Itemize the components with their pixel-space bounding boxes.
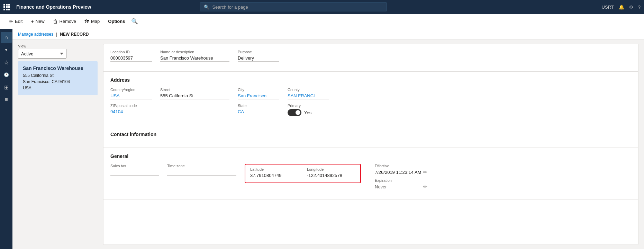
expiration-value: Never — [375, 184, 421, 189]
search-icon: 🔍 — [204, 5, 209, 10]
address-header: Address — [110, 77, 631, 83]
effective-label: Effective — [375, 164, 427, 168]
remove-icon: 🗑 — [53, 19, 58, 24]
location-id-label: Location ID — [110, 50, 152, 54]
time-zone-field: Time zone — [167, 164, 236, 176]
location-id-value: 000003597 — [110, 55, 152, 62]
map-button[interactable]: 🗺 Map — [81, 17, 103, 26]
primary-toggle-label: Yes — [304, 110, 311, 115]
view-container: View Active — [18, 44, 98, 59]
edit-label: Edit — [15, 19, 22, 24]
search-bar[interactable]: 🔍 Search for a page — [200, 2, 387, 11]
notification-icon[interactable]: 🔔 — [619, 5, 624, 10]
name-description-field: Name or description San Francisco Wareho… — [160, 50, 229, 62]
search-placeholder: Search for a page — [212, 5, 248, 10]
address-row1: Country/region USA Street 555 California… — [110, 88, 631, 99]
city-label: City — [238, 88, 279, 92]
purpose-field: Purpose Delivery — [238, 50, 279, 62]
expiration-field: Expiration Never ✏ — [375, 178, 427, 189]
breadcrumb: Manage addresses | NEW RECORD — [12, 29, 644, 40]
card-line1: 555 California St. — [23, 72, 93, 79]
zip-label: ZIP/postal code — [110, 104, 152, 108]
street-label: Street — [160, 88, 229, 92]
longitude-label: Longitude — [307, 167, 355, 171]
remove-button[interactable]: 🗑 Remove — [49, 17, 80, 26]
primary-toggle: Yes — [288, 109, 329, 116]
name-description-value: San Francisco Warehouse — [160, 55, 229, 62]
purpose-label: Purpose — [238, 50, 279, 54]
form-area: View Active San Francisco Warehouse 555 … — [12, 40, 644, 249]
effective-row: 7/26/2019 11:23:14 AM ✏ — [375, 169, 427, 175]
street-field: Street 555 California St. — [160, 88, 229, 99]
breadcrumb-manage[interactable]: Manage addresses — [18, 32, 53, 37]
view-select[interactable]: Active — [18, 49, 66, 59]
card-line3: USA — [23, 85, 93, 91]
recent-icon[interactable]: 🕐 — [1, 69, 12, 80]
breadcrumb-record: NEW RECORD — [60, 32, 89, 37]
state-field: State CA — [238, 104, 279, 115]
filter-icon[interactable]: ▼ — [1, 44, 12, 55]
city-value[interactable]: San Francisco — [238, 93, 279, 99]
app-title: Finance and Operations Preview — [16, 4, 91, 10]
contact-header: Contact information — [110, 132, 631, 137]
country-region-value[interactable]: USA — [110, 93, 152, 99]
settings-icon[interactable]: ⚙ — [629, 5, 633, 10]
sales-tax-label: Sales tax — [110, 164, 159, 168]
address-card[interactable]: San Francisco Warehouse 555 California S… — [18, 61, 98, 95]
new-button[interactable]: + New — [27, 17, 48, 26]
state-value[interactable]: CA — [238, 109, 279, 115]
latitude-value: 37.7910804749 — [250, 173, 299, 179]
longitude-field: Longitude -122.4014892578 — [307, 167, 355, 179]
modules-icon[interactable]: ⊞ — [1, 82, 12, 93]
county-label: County — [288, 88, 329, 92]
left-panel: View Active San Francisco Warehouse 555 … — [18, 44, 98, 245]
street-extra-field: Street — [160, 104, 229, 115]
user-label[interactable]: USRT — [602, 5, 614, 10]
lat-long-highlighted-box: Latitude 37.7910804749 Longitude -122.40… — [245, 164, 361, 183]
general-row: Sales tax Time zone Latitude 37.79108047… — [110, 164, 631, 189]
latitude-label: Latitude — [250, 167, 299, 171]
card-line2: San Francisco, CA 94104 — [23, 79, 93, 85]
sales-tax-value — [110, 169, 159, 176]
home-icon[interactable]: ⌂ — [1, 32, 12, 43]
street-value: 555 California St. — [160, 93, 229, 99]
new-label: New — [36, 19, 45, 24]
content-area: Manage addresses | NEW RECORD View Activ… — [12, 29, 644, 249]
effective-field: Effective 7/26/2019 11:23:14 AM ✏ — [375, 164, 427, 175]
options-button[interactable]: Options — [105, 17, 128, 26]
zip-value[interactable]: 94104 — [110, 109, 152, 115]
state-label: State — [238, 104, 279, 108]
purpose-value: Delivery — [238, 55, 279, 62]
country-region-field: Country/region USA — [110, 88, 152, 99]
expiration-edit-icon[interactable]: ✏ — [423, 184, 427, 189]
effective-expiration-container: Effective 7/26/2019 11:23:14 AM ✏ Expira… — [375, 164, 427, 189]
street-extra-value — [160, 109, 229, 115]
effective-edit-icon[interactable]: ✏ — [423, 169, 427, 175]
county-field: County SAN FRANCI — [288, 88, 329, 99]
effective-value: 7/26/2019 11:23:14 AM — [375, 170, 421, 175]
favorites-icon[interactable]: ☆ — [1, 57, 12, 68]
primary-label: Primary — [288, 104, 329, 108]
top-fields-section: Location ID 000003597 Name or descriptio… — [103, 44, 638, 72]
sales-tax-field: Sales tax — [110, 164, 159, 176]
toolbar-search-icon[interactable]: 🔍 — [131, 18, 138, 25]
edit-button[interactable]: ✏ Edit — [6, 17, 26, 26]
longitude-value: -122.4014892578 — [307, 173, 355, 179]
new-icon: + — [31, 19, 34, 24]
app-grid-icon[interactable] — [3, 4, 10, 10]
country-region-label: Country/region — [110, 88, 152, 92]
breadcrumb-separator: | — [56, 32, 57, 37]
card-title: San Francisco Warehouse — [23, 65, 93, 71]
address-section: Address Country/region USA Street 555 Ca… — [103, 72, 638, 126]
general-header: General — [110, 153, 631, 159]
view-label: View — [18, 44, 98, 48]
address-row2: ZIP/postal code 94104 Street State CA — [110, 104, 631, 116]
primary-field: Primary Yes — [288, 104, 329, 116]
help-icon[interactable]: ? — [638, 5, 641, 10]
list-icon[interactable]: ≡ — [1, 94, 12, 105]
side-icons: ⌂ ▼ ☆ 🕐 ⊞ ≡ — [0, 29, 12, 249]
primary-toggle-switch[interactable] — [288, 109, 301, 116]
county-value[interactable]: SAN FRANCI — [288, 93, 329, 99]
nav-icons: USRT 🔔 ⚙ ? — [602, 5, 641, 10]
main-layout: ⌂ ▼ ☆ 🕐 ⊞ ≡ Manage addresses | NEW RECOR… — [0, 29, 644, 249]
